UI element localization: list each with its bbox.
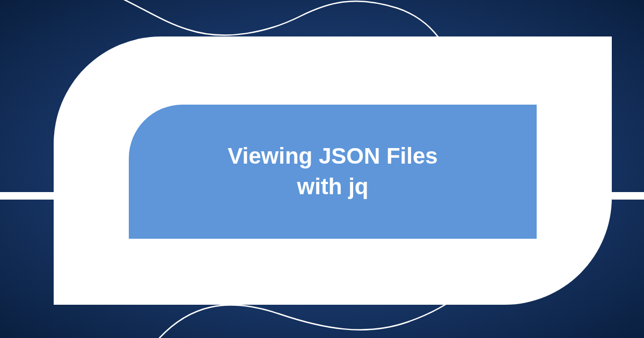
banner-title: Viewing JSON Files with jq xyxy=(228,141,437,202)
accent-line-right xyxy=(612,192,644,200)
title-line-2: with jq xyxy=(297,174,369,199)
title-line-1: Viewing JSON Files xyxy=(228,143,437,168)
inner-card: Viewing JSON Files with jq xyxy=(129,105,537,239)
